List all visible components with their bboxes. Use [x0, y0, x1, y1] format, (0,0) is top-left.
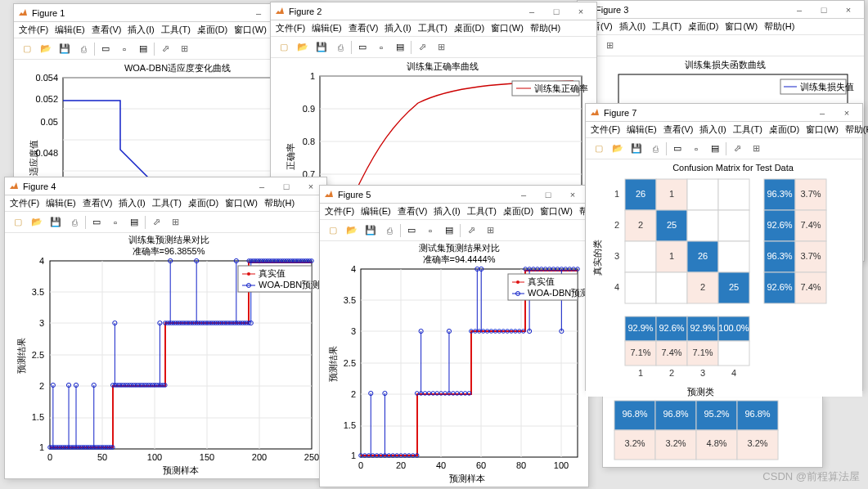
insert-menu[interactable]: 插入(I)	[699, 123, 726, 136]
insert-menu[interactable]: 插入(I)	[128, 24, 154, 36]
rotate-icon[interactable]: ▤	[707, 141, 723, 157]
file-menu[interactable]: 文件(F)	[19, 24, 48, 36]
window-menu[interactable]: 窗口(W)	[806, 123, 839, 136]
edit-menu[interactable]: 编辑(E)	[312, 22, 342, 34]
link-icon[interactable]: ▭	[88, 214, 105, 231]
cursor-icon[interactable]: ⬀	[157, 41, 173, 57]
new-icon[interactable]: ▢	[276, 39, 292, 56]
help-menu[interactable]: 帮助(H)	[845, 123, 868, 136]
pan-icon[interactable]: ▫	[688, 141, 704, 157]
view-menu[interactable]: 查看(V)	[83, 197, 113, 209]
desktop-menu[interactable]: 桌面(D)	[503, 205, 533, 218]
maximize-button[interactable]: □	[812, 2, 836, 17]
rotate-icon[interactable]: ▤	[135, 41, 151, 57]
open-icon[interactable]: 📂	[344, 222, 360, 239]
desktop-menu[interactable]: 桌面(D)	[454, 22, 484, 34]
maximize-button[interactable]: □	[536, 187, 560, 202]
desktop-menu[interactable]: 桌面(D)	[197, 24, 227, 36]
rotate-icon[interactable]: ▤	[441, 222, 457, 239]
open-icon[interactable]: 📂	[29, 214, 45, 231]
window-menu[interactable]: 窗口(W)	[234, 24, 267, 36]
minimize-button[interactable]: –	[246, 6, 271, 20]
open-icon[interactable]: 📂	[295, 39, 311, 56]
file-menu[interactable]: 文件(F)	[591, 123, 620, 136]
tools-menu[interactable]: 工具(T)	[652, 20, 681, 33]
open-icon[interactable]: 📂	[38, 41, 54, 57]
cursor-icon[interactable]: ⬀	[463, 222, 479, 239]
desktop-menu[interactable]: 桌面(D)	[688, 20, 718, 33]
tools-menu[interactable]: 工具(T)	[418, 22, 447, 34]
minimize-button[interactable]: –	[787, 2, 812, 17]
view-menu[interactable]: 查看(V)	[663, 123, 694, 136]
text-icon[interactable]: ⊞	[433, 39, 449, 56]
window-menu[interactable]: 窗口(W)	[540, 205, 573, 218]
help-menu[interactable]: 帮助(H)	[264, 197, 295, 209]
file-menu[interactable]: 文件(F)	[325, 205, 354, 218]
save-icon[interactable]: 💾	[313, 39, 330, 56]
link-icon[interactable]: ▭	[97, 41, 114, 57]
minimize-button[interactable]: –	[511, 187, 536, 202]
edit-menu[interactable]: 编辑(E)	[46, 197, 76, 209]
close-button[interactable]: ×	[569, 4, 593, 19]
minimize-button[interactable]: –	[810, 105, 834, 120]
minimize-button[interactable]: –	[250, 179, 274, 194]
link-icon[interactable]: ▭	[669, 141, 686, 157]
text-icon[interactable]: ⊞	[601, 38, 618, 54]
window-menu[interactable]: 窗口(W)	[225, 197, 258, 209]
window-menu[interactable]: 窗口(W)	[491, 22, 524, 34]
save-icon[interactable]: 💾	[56, 41, 73, 57]
figure5-titlebar[interactable]: Figure 5 – □ ×	[320, 186, 588, 204]
figure4-titlebar[interactable]: Figure 4 – □ ×	[5, 177, 326, 195]
open-icon[interactable]: 📂	[609, 141, 626, 157]
pan-icon[interactable]: ▫	[422, 222, 438, 239]
close-button[interactable]: ×	[560, 187, 585, 202]
text-icon[interactable]: ⊞	[482, 222, 498, 239]
view-menu[interactable]: 查看(V)	[349, 22, 379, 34]
desktop-menu[interactable]: 桌面(D)	[769, 123, 799, 136]
print-icon[interactable]: ⎙	[381, 222, 398, 239]
figure2-titlebar[interactable]: Figure 2 – □ ×	[271, 2, 596, 20]
close-button[interactable]: ×	[836, 2, 861, 17]
text-icon[interactable]: ⊞	[748, 141, 764, 157]
text-icon[interactable]: ⊞	[167, 214, 183, 231]
text-icon[interactable]: ⊞	[176, 41, 192, 57]
pan-icon[interactable]: ▫	[373, 39, 389, 56]
print-icon[interactable]: ⎙	[75, 41, 92, 57]
pan-icon[interactable]: ▫	[107, 214, 124, 231]
figure3-titlebar[interactable]: Figure 3 – □ ×	[578, 1, 864, 19]
print-icon[interactable]: ⎙	[66, 214, 83, 231]
cursor-icon[interactable]: ⬀	[148, 214, 164, 231]
insert-menu[interactable]: 插入(I)	[385, 22, 411, 34]
pan-icon[interactable]: ▫	[116, 41, 133, 57]
maximize-button[interactable]: □	[544, 4, 569, 19]
edit-menu[interactable]: 编辑(E)	[55, 24, 85, 36]
edit-menu[interactable]: 编辑(E)	[627, 123, 657, 136]
save-icon[interactable]: 💾	[628, 141, 645, 157]
insert-menu[interactable]: 插入(I)	[434, 205, 460, 218]
rotate-icon[interactable]: ▤	[126, 214, 142, 231]
link-icon[interactable]: ▭	[354, 39, 371, 56]
help-menu[interactable]: 帮助(H)	[530, 22, 560, 34]
view-menu[interactable]: 查看(V)	[92, 24, 122, 36]
save-icon[interactable]: 💾	[362, 222, 379, 239]
print-icon[interactable]: ⎙	[332, 39, 349, 56]
file-menu[interactable]: 文件(F)	[10, 197, 39, 209]
new-icon[interactable]: ▢	[325, 222, 341, 239]
rotate-icon[interactable]: ▤	[392, 39, 408, 56]
maximize-button[interactable]: □	[274, 179, 299, 194]
tools-menu[interactable]: 工具(T)	[152, 197, 182, 209]
tools-menu[interactable]: 工具(T)	[467, 205, 497, 218]
cursor-icon[interactable]: ⬀	[729, 141, 745, 157]
new-icon[interactable]: ▢	[19, 41, 35, 57]
edit-menu[interactable]: 编辑(E)	[361, 205, 391, 218]
window-menu[interactable]: 窗口(W)	[725, 20, 758, 33]
link-icon[interactable]: ▭	[403, 222, 420, 239]
tools-menu[interactable]: 工具(T)	[161, 24, 191, 36]
tools-menu[interactable]: 工具(T)	[733, 123, 762, 136]
insert-menu[interactable]: 插入(I)	[119, 197, 145, 209]
view-menu[interactable]: 查看(V)	[398, 205, 428, 218]
cursor-icon[interactable]: ⬀	[414, 39, 430, 56]
save-icon[interactable]: 💾	[47, 214, 64, 231]
new-icon[interactable]: ▢	[10, 214, 26, 231]
print-icon[interactable]: ⎙	[647, 141, 663, 157]
